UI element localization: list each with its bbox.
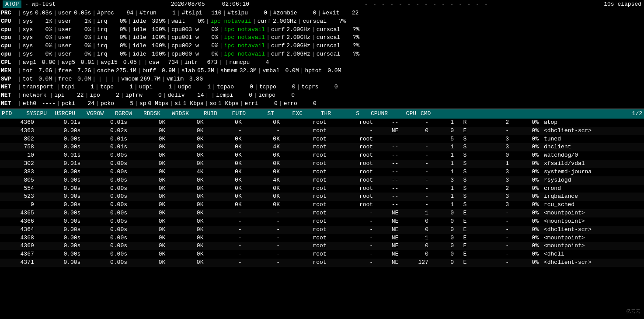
pipe-separator: | — [177, 9, 181, 18]
field-segment: intr673 — [184, 59, 217, 67]
table-cell: -- — [376, 119, 401, 127]
pipe-separator: | — [92, 75, 96, 84]
field-key: #zombie — [273, 10, 297, 16]
pipe-separator: | — [312, 26, 315, 34]
table-cell: 5 — [431, 135, 456, 144]
col-header-ruid: RUID — [193, 110, 217, 118]
table-cell: 0% — [512, 119, 541, 127]
table-cell: 0.00s — [37, 135, 84, 144]
table-cell: 0.00s — [83, 176, 130, 185]
row-label: NET — [1, 91, 17, 100]
table-cell: 0K — [206, 168, 244, 176]
field-value: 0.0M — [35, 75, 52, 84]
table-cell: - — [244, 226, 282, 234]
field-value: 0% — [201, 34, 218, 42]
field-segment: avg150.05 — [101, 59, 137, 67]
field-segment: icmpi0 — [216, 91, 252, 100]
table-cell: root — [282, 143, 329, 151]
table-cell: root — [282, 201, 329, 209]
pipe-separator: | — [18, 50, 21, 59]
field-key: pcki — [62, 100, 75, 107]
field-key: shmem — [220, 67, 237, 74]
field-value: 100% — [148, 50, 166, 59]
table-cell: - — [329, 127, 376, 135]
field-key: #proc — [97, 10, 114, 16]
pipe-separator: | — [56, 83, 60, 91]
table-cell: 0 — [431, 209, 456, 217]
table-cell: - — [206, 242, 244, 250]
table-cell: 1 — [473, 160, 512, 168]
field-value: 0 — [299, 100, 317, 108]
field-value: 0% — [201, 26, 218, 34]
field-key: cpu000 w — [171, 51, 198, 57]
table-cell: - — [329, 250, 376, 259]
pipe-separator: | — [219, 59, 222, 67]
field-key: csw — [149, 59, 159, 66]
table-cell: 1 — [401, 234, 431, 242]
top-header: ATOP - wp-test 2020/08/05 02:06:10 - - -… — [0, 0, 644, 9]
field-key: avg5 — [62, 59, 75, 66]
separator-dash: - — [25, 1, 32, 7]
sysinfo-row: cpu | sys0% | user0% | irq0% | idle100% … — [0, 42, 644, 50]
field-value: 0.05 — [119, 59, 137, 67]
table-cell: 2 — [473, 185, 512, 193]
field-key: vmcom — [121, 76, 138, 82]
pipe-separator: | — [173, 83, 177, 91]
field-value: 65.3M — [197, 67, 214, 75]
table-cell: S — [456, 176, 473, 185]
green-field: ipc notavail — [224, 42, 265, 50]
field-key: free — [58, 76, 72, 82]
sysinfo-row: MEM | tot7.6G | free7.2G | cache275.1M |… — [0, 67, 644, 75]
field-segment: sys0% — [23, 42, 52, 50]
table-cell: -- — [376, 135, 401, 144]
field-value: 2.00GHz — [286, 26, 310, 34]
pipe-separator: | — [49, 91, 53, 100]
table-cell: 802 — [0, 135, 37, 144]
green-field: ipc notavail — [224, 50, 265, 59]
field-value: ---- — [38, 100, 56, 108]
field-key: free — [58, 67, 72, 74]
field-value: 0% — [35, 50, 52, 59]
table-cell: 0% — [512, 193, 541, 201]
table-cell: 0.00s — [83, 226, 130, 234]
table-cell: 0K — [244, 119, 282, 127]
field-value: ?% — [342, 42, 359, 50]
field-key: cpu003 w — [171, 26, 198, 33]
field-segment: cpu000 w0% — [171, 50, 218, 59]
table-cell: -- — [376, 185, 401, 193]
table-cell: 3 — [473, 168, 512, 176]
table-cell: 0K — [168, 151, 206, 160]
field-value: 673 — [200, 59, 217, 67]
table-cell: -- — [376, 201, 401, 209]
field-value: 0% — [109, 50, 126, 59]
table-cell: root — [329, 185, 376, 193]
field-value: 0 — [277, 91, 295, 100]
table-cell: 0K — [168, 119, 206, 127]
field-segment: tcpi1 — [61, 83, 94, 91]
pipe-separator: | — [167, 26, 171, 34]
table-cell: root — [282, 250, 329, 259]
table-cell: 4K — [244, 176, 282, 185]
field-value: 269.7M — [140, 75, 160, 84]
table-cell: 0K — [130, 151, 168, 160]
field-key: buff — [143, 67, 156, 74]
table-cell: 0.00s — [83, 201, 130, 209]
table-cell: NE — [376, 127, 401, 135]
separator-middle: - - - - - - - - - - - - - - - — [365, 0, 489, 9]
field-value: 0% — [35, 42, 52, 50]
col-header-cpunr: CPUNR — [364, 110, 388, 118]
field-value: 0 — [260, 100, 278, 108]
field-segment: sp0 Mbps — [139, 100, 168, 108]
field-segment: #zombie0 — [273, 9, 317, 18]
table-cell: E — [456, 127, 473, 135]
table-cell: 4364 — [0, 226, 37, 234]
process-table: 43600.01s0.01s0K0K0K0Krootroot---1R20%at… — [0, 119, 644, 267]
field-segment: sys0% — [23, 34, 52, 42]
field-key: tcpo — [100, 84, 114, 90]
table-cell: root — [282, 217, 329, 226]
pipe-separator: | — [18, 91, 21, 100]
field-value: 14 — [187, 91, 204, 100]
field-value: 22 — [341, 9, 359, 18]
field-segment: icmpo0 — [258, 91, 295, 100]
pipe-separator: | — [219, 34, 223, 42]
